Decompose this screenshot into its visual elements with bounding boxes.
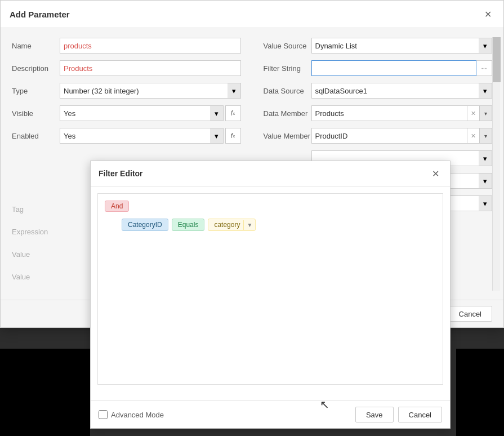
- cancel-button[interactable]: Cancel: [448, 306, 492, 322]
- value-member-input[interactable]: [311, 128, 468, 144]
- value-member-clear-button[interactable]: ✕: [467, 128, 480, 144]
- value-member-label: Value Member: [264, 132, 311, 140]
- filter-dialog-title: Filter Editor: [99, 169, 143, 178]
- filter-save-button[interactable]: Save: [355, 407, 394, 422]
- condition-value-dropdown[interactable]: category ▼: [208, 219, 256, 231]
- enabled-row: Enabled Yes No ▾ fx: [12, 127, 241, 144]
- advanced-mode-checkbox[interactable]: [99, 410, 108, 419]
- value-source-label: Value Source: [264, 42, 311, 50]
- value-source-select[interactable]: Dynamic List Static List None: [311, 38, 493, 54]
- value-source-row: Value Source Dynamic List Static List No…: [264, 37, 493, 54]
- dialog-title: Add Parameter: [10, 10, 70, 19]
- name-input[interactable]: [60, 38, 241, 54]
- enabled-fx-button[interactable]: fx: [225, 128, 241, 144]
- data-source-select[interactable]: sqlDataSource1: [311, 83, 493, 99]
- description-row: Description: [12, 60, 241, 77]
- dialog-titlebar: Add Parameter ✕: [1, 1, 503, 28]
- filter-condition-row: CategoryID Equals category ▼: [122, 219, 436, 231]
- value2-label: Value: [12, 273, 60, 281]
- filter-titlebar: Filter Editor ✕: [91, 161, 450, 186]
- type-row: Type Number (32 bit integer) String Bool…: [12, 82, 241, 99]
- enabled-label: Enabled: [12, 132, 60, 140]
- data-source-row: Data Source sqlDataSource1 ▾: [264, 82, 493, 99]
- scroll-thumb: [493, 37, 501, 82]
- advanced-mode-wrapper: Advanced Mode: [99, 410, 164, 419]
- description-input[interactable]: [60, 60, 241, 76]
- data-member-drop-button[interactable]: ▾: [480, 105, 492, 121]
- filter-string-label: Filter String: [264, 64, 311, 73]
- type-select-wrapper: Number (32 bit integer) String Boolean D…: [60, 83, 241, 99]
- filter-body: And CategoryID Equals category ▼: [91, 186, 450, 401]
- visible-select-wrapper: Yes No ▾: [60, 105, 224, 121]
- value1-label: Value: [12, 250, 60, 259]
- name-row: Name: [12, 37, 241, 54]
- data-member-row: Data Member ✕ ▾: [264, 105, 493, 122]
- advanced-mode-label: Advanced Mode: [111, 411, 164, 419]
- condition-value-arrow[interactable]: ▼: [243, 220, 255, 230]
- and-tag: And: [105, 201, 129, 212]
- filter-content: And CategoryID Equals category ▼: [97, 193, 443, 385]
- filter-cancel-button[interactable]: Cancel: [398, 407, 442, 422]
- data-member-label: Data Member: [264, 109, 311, 118]
- type-select[interactable]: Number (32 bit integer) String Boolean D…: [60, 83, 241, 99]
- data-source-select-wrapper: sqlDataSource1 ▾: [311, 83, 493, 99]
- and-tag-row: And: [105, 201, 436, 216]
- filter-string-dots-button[interactable]: ···: [476, 60, 492, 76]
- condition-field[interactable]: CategoryID: [122, 219, 168, 231]
- data-member-clear-button[interactable]: ✕: [467, 105, 480, 121]
- description-label: Description: [12, 64, 60, 73]
- condition-operator[interactable]: Equals: [172, 219, 205, 231]
- filter-string-wrapper: ···: [311, 60, 493, 76]
- visible-select[interactable]: Yes No: [60, 105, 224, 121]
- visible-label: Visible: [12, 109, 60, 118]
- expression-label: Expression: [12, 228, 60, 236]
- filter-string-row: Filter String ···: [264, 60, 493, 77]
- data-source-label: Data Source: [264, 87, 311, 95]
- type-label: Type: [12, 87, 60, 95]
- data-member-input[interactable]: [311, 105, 468, 121]
- tag-label: Tag: [12, 205, 60, 213]
- data-member-wrapper: ✕ ▾: [311, 105, 493, 121]
- name-label: Name: [12, 42, 60, 50]
- filter-editor-dialog: Filter Editor ✕ And CategoryID Equals ca…: [90, 161, 451, 429]
- close-button[interactable]: ✕: [481, 7, 494, 21]
- value-member-row: Value Member ✕ ▾: [264, 127, 493, 144]
- visible-row: Visible Yes No ▾ fx: [12, 105, 241, 122]
- visible-fx-button[interactable]: fx: [225, 105, 241, 121]
- value-member-drop-button[interactable]: ▾: [480, 128, 492, 144]
- filter-footer-buttons: Save Cancel: [355, 407, 442, 422]
- condition-value-label: category: [208, 219, 243, 230]
- filter-close-button[interactable]: ✕: [429, 167, 442, 180]
- filter-string-input[interactable]: [311, 60, 477, 76]
- value-member-wrapper: ✕ ▾: [311, 128, 493, 144]
- enabled-select-wrapper: Yes No ▾: [60, 128, 224, 144]
- enabled-select[interactable]: Yes No: [60, 128, 224, 144]
- scrollbar[interactable]: [492, 37, 500, 291]
- value-source-select-wrapper: Dynamic List Static List None ▾: [311, 38, 493, 54]
- filter-footer: Advanced Mode Save Cancel: [91, 401, 450, 428]
